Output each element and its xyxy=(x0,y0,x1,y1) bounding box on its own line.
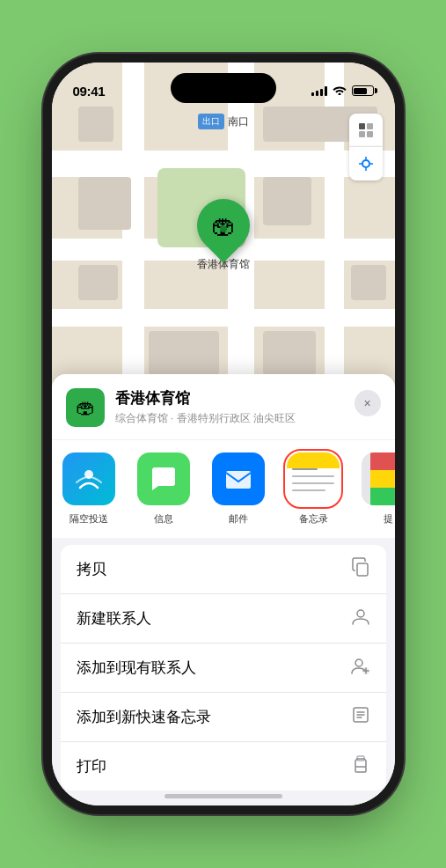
svg-rect-11 xyxy=(357,563,368,576)
map-exit-name: 南口 xyxy=(228,114,249,129)
message-label: 信息 xyxy=(154,512,173,526)
action-add-existing-label: 添加到现有联系人 xyxy=(77,658,196,678)
svg-rect-10 xyxy=(226,471,251,489)
svg-rect-3 xyxy=(367,131,373,137)
svg-point-12 xyxy=(357,610,364,617)
battery-icon xyxy=(352,85,374,96)
home-indicator xyxy=(165,794,282,798)
venue-subtitle: 综合体育馆 · 香港特别行政区 油尖旺区 xyxy=(115,411,344,426)
quick-note-icon xyxy=(351,705,370,729)
action-add-note-label: 添加到新快速备忘录 xyxy=(77,707,211,727)
notes-icon xyxy=(287,452,340,505)
status-time: 09:41 xyxy=(73,84,106,99)
venue-icon: 🏟 xyxy=(66,388,105,427)
status-icons xyxy=(311,85,374,98)
message-icon xyxy=(137,452,190,505)
action-new-contact-label: 新建联系人 xyxy=(77,608,151,629)
wifi-icon xyxy=(333,85,347,98)
share-airdrop[interactable]: 隔空投送 xyxy=(52,452,127,526)
action-add-existing[interactable]: 添加到现有联系人 xyxy=(61,644,386,693)
share-row: 隔空投送 信息 邮件 xyxy=(52,440,395,538)
map-label: 出口 南口 xyxy=(198,114,249,129)
svg-rect-2 xyxy=(359,131,365,137)
signal-icon xyxy=(311,85,327,96)
more-label: 提 xyxy=(384,512,393,526)
dynamic-island xyxy=(171,73,276,103)
svg-rect-1 xyxy=(367,123,373,129)
action-new-contact[interactable]: 新建联系人 xyxy=(61,594,386,644)
map-view-button[interactable] xyxy=(349,114,383,147)
action-copy[interactable]: 拷贝 xyxy=(61,545,386,594)
venue-name: 香港体育馆 xyxy=(115,388,344,408)
svg-rect-0 xyxy=(359,123,365,129)
airdrop-icon xyxy=(62,452,115,505)
action-print[interactable]: 打印 xyxy=(61,742,386,791)
stadium-pin: 🏟 香港体育馆 xyxy=(197,199,250,272)
airdrop-label: 隔空投送 xyxy=(69,512,108,526)
action-list: 拷贝 新建联系人 添加到现有联系人 xyxy=(61,545,386,791)
share-notes[interactable]: 备忘录 xyxy=(276,452,351,526)
share-message[interactable]: 信息 xyxy=(127,452,201,526)
share-mail[interactable]: 邮件 xyxy=(201,452,276,526)
phone-frame: 09:41 xyxy=(52,63,395,805)
share-more[interactable]: 提 xyxy=(351,452,395,526)
action-print-label: 打印 xyxy=(77,756,106,776)
location-button[interactable] xyxy=(349,147,383,180)
svg-point-4 xyxy=(362,160,369,167)
add-contact-icon xyxy=(351,656,370,680)
venue-info: 香港体育馆 综合体育馆 · 香港特别行政区 油尖旺区 xyxy=(115,388,344,426)
map-controls xyxy=(349,114,383,180)
notes-label: 备忘录 xyxy=(299,512,328,526)
print-icon xyxy=(351,754,370,778)
new-contact-icon xyxy=(351,607,370,630)
svg-rect-21 xyxy=(355,767,366,772)
mail-icon xyxy=(212,452,265,505)
map-exit-tag: 出口 xyxy=(198,114,224,129)
mail-label: 邮件 xyxy=(229,512,248,526)
bottom-sheet: 🏟 香港体育馆 综合体育馆 · 香港特别行政区 油尖旺区 × 隔空投送 xyxy=(52,374,395,805)
venue-header: 🏟 香港体育馆 综合体育馆 · 香港特别行政区 油尖旺区 × xyxy=(52,374,395,439)
more-icon xyxy=(362,452,395,505)
svg-point-13 xyxy=(355,659,362,666)
close-button[interactable]: × xyxy=(355,390,381,416)
copy-icon xyxy=(351,557,370,581)
action-add-note[interactable]: 添加到新快速备忘录 xyxy=(61,693,386,742)
action-copy-label: 拷贝 xyxy=(77,559,106,579)
